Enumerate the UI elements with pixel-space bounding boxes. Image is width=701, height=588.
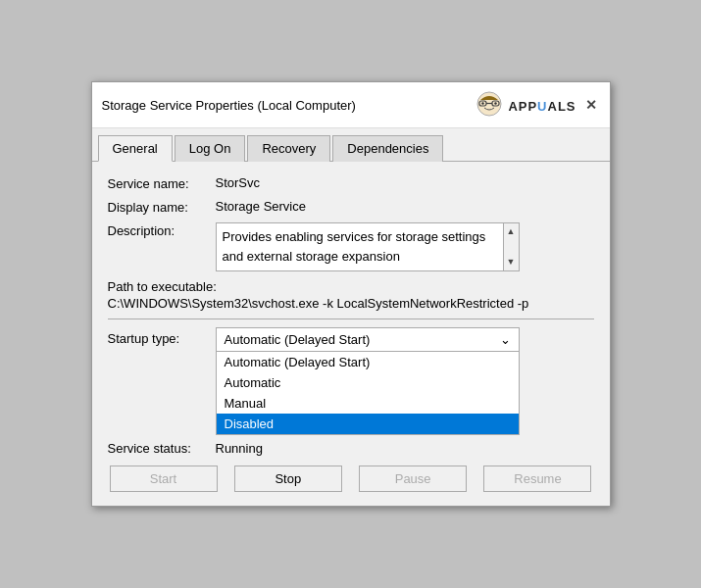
description-text: Provides enabling services for storage s… (223, 227, 513, 266)
path-label: Path to executable: (108, 279, 594, 294)
dropdown-item-1[interactable]: Automatic (Delayed Start) (217, 352, 519, 372)
service-name-row: Service name: StorSvc (108, 175, 594, 191)
service-name-label: Service name: (108, 175, 216, 191)
logo-text: APPUALS (508, 97, 576, 114)
logo-face-icon (473, 90, 506, 120)
path-section: Path to executable: C:\WINDOWS\System32\… (108, 279, 594, 311)
dropdown-menu: Automatic (Delayed Start) Automatic Manu… (216, 352, 520, 435)
start-button[interactable]: Start (110, 466, 218, 492)
tab-recovery[interactable]: Recovery (247, 135, 330, 162)
dropdown-item-4[interactable]: Disabled (217, 414, 519, 434)
startup-type-dropdown[interactable]: Automatic (Delayed Start) ⌄ Automatic (D… (216, 327, 520, 435)
dropdown-selected-value: Automatic (Delayed Start) (225, 332, 371, 347)
description-box: Provides enabling services for storage s… (216, 222, 520, 271)
description-label: Description: (108, 222, 216, 238)
tabs-bar: General Log On Recovery Dependencies (92, 128, 610, 162)
general-tab-content: Service name: StorSvc Display name: Stor… (92, 162, 610, 506)
dropdown-item-3[interactable]: Manual (217, 393, 519, 414)
window-title: Storage Service Properties (Local Comput… (102, 98, 356, 113)
tab-general[interactable]: General (98, 135, 173, 162)
chevron-down-icon: ⌄ (500, 332, 511, 347)
title-bar-controls: APPUALS ✕ (473, 90, 599, 120)
display-name-value: Storage Service (216, 199, 307, 214)
stop-button[interactable]: Stop (234, 466, 342, 492)
pause-button[interactable]: Pause (359, 466, 467, 492)
action-buttons-row: Start Stop Pause Resume (108, 466, 594, 492)
service-status-value: Running (216, 441, 263, 456)
display-name-label: Display name: (108, 199, 216, 215)
close-button[interactable]: ✕ (582, 96, 600, 114)
tab-logon[interactable]: Log On (175, 135, 246, 162)
main-window: Storage Service Properties (Local Comput… (91, 81, 611, 507)
description-row: Description: Provides enabling services … (108, 222, 594, 271)
resume-button[interactable]: Resume (483, 466, 591, 492)
svg-point-5 (495, 102, 497, 104)
startup-type-label: Startup type: (108, 327, 216, 346)
appuals-logo: APPUALS (473, 90, 576, 120)
startup-type-row: Startup type: Automatic (Delayed Start) … (108, 327, 594, 435)
scroll-down-arrow[interactable]: ▼ (507, 256, 516, 270)
dropdown-item-2[interactable]: Automatic (217, 372, 519, 393)
display-name-row: Display name: Storage Service (108, 199, 594, 215)
title-bar: Storage Service Properties (Local Comput… (92, 82, 610, 128)
service-name-value: StorSvc (216, 175, 261, 190)
description-scrollbar[interactable]: ▲ ▼ (503, 223, 519, 270)
service-status-label: Service status: (108, 441, 216, 456)
tab-dependencies[interactable]: Dependencies (332, 135, 443, 162)
divider-1 (108, 318, 594, 319)
scroll-up-arrow[interactable]: ▲ (507, 225, 516, 239)
dropdown-button[interactable]: Automatic (Delayed Start) ⌄ (216, 327, 520, 352)
service-status-row: Service status: Running (108, 441, 594, 456)
path-value: C:\WINDOWS\System32\svchost.exe -k Local… (108, 296, 594, 311)
svg-point-4 (482, 102, 484, 104)
